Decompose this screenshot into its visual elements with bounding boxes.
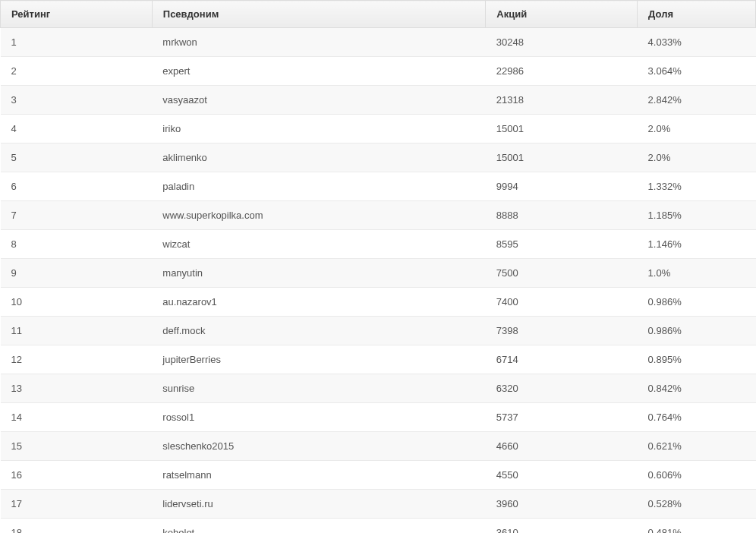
cell-shares: 30248 [486, 28, 638, 57]
cell-pseudonym: expert [152, 57, 486, 86]
cell-rating: 10 [1, 288, 153, 317]
table-row: 3vasyaazot213182.842% [1, 86, 756, 115]
cell-rating: 6 [1, 172, 153, 201]
table-row: 16ratselmann45500.606% [1, 461, 756, 490]
table-row: 17lidervseti.ru39600.528% [1, 490, 756, 519]
cell-pseudonym: wizcat [152, 230, 486, 259]
cell-pseudonym: lidervseti.ru [152, 490, 486, 519]
header-rating[interactable]: Рейтинг [1, 1, 153, 28]
cell-shares: 7500 [486, 259, 638, 288]
cell-share: 0.895% [638, 345, 756, 374]
cell-shares: 7400 [486, 288, 638, 317]
table-header: Рейтинг Псевдоним Акций Доля [1, 1, 756, 28]
cell-shares: 6714 [486, 345, 638, 374]
table-row: 5aklimenko150012.0% [1, 144, 756, 172]
table-row: 18kohelet36100.481% [1, 519, 756, 534]
cell-rating: 13 [1, 374, 153, 403]
cell-pseudonym: kohelet [152, 519, 486, 534]
cell-rating: 4 [1, 115, 153, 144]
cell-shares: 15001 [486, 115, 638, 144]
cell-rating: 14 [1, 403, 153, 432]
cell-rating: 15 [1, 432, 153, 461]
cell-share: 1.185% [638, 201, 756, 230]
cell-rating: 5 [1, 144, 153, 172]
cell-share: 1.0% [638, 259, 756, 288]
cell-share: 1.146% [638, 230, 756, 259]
cell-share: 4.033% [638, 28, 756, 57]
table-row: 7www.superkopilka.com88881.185% [1, 201, 756, 230]
header-share[interactable]: Доля [638, 1, 756, 28]
cell-share: 0.842% [638, 374, 756, 403]
cell-pseudonym: sunrise [152, 374, 486, 403]
cell-shares: 7398 [486, 317, 638, 345]
cell-rating: 17 [1, 490, 153, 519]
cell-share: 0.764% [638, 403, 756, 432]
table-row: 6paladin99941.332% [1, 172, 756, 201]
table-row: 10au.nazarov174000.986% [1, 288, 756, 317]
cell-pseudonym: aklimenko [152, 144, 486, 172]
table-row: 11deff.mock73980.986% [1, 317, 756, 345]
cell-shares: 5737 [486, 403, 638, 432]
cell-share: 0.481% [638, 519, 756, 534]
table-row: 12jupiterBerries67140.895% [1, 345, 756, 374]
header-pseudonym[interactable]: Псевдоним [152, 1, 486, 28]
cell-pseudonym: sleschenko2015 [152, 432, 486, 461]
cell-shares: 21318 [486, 86, 638, 115]
cell-pseudonym: mrkwon [152, 28, 486, 57]
header-shares[interactable]: Акций [486, 1, 638, 28]
cell-share: 2.0% [638, 144, 756, 172]
cell-share: 2.0% [638, 115, 756, 144]
cell-shares: 8595 [486, 230, 638, 259]
table-row: 13sunrise63200.842% [1, 374, 756, 403]
cell-rating: 9 [1, 259, 153, 288]
cell-pseudonym: www.superkopilka.com [152, 201, 486, 230]
cell-rating: 3 [1, 86, 153, 115]
cell-pseudonym: rossol1 [152, 403, 486, 432]
cell-pseudonym: paladin [152, 172, 486, 201]
table-row: 9manyutin75001.0% [1, 259, 756, 288]
table-row: 8wizcat85951.146% [1, 230, 756, 259]
cell-rating: 11 [1, 317, 153, 345]
cell-share: 0.528% [638, 490, 756, 519]
cell-pseudonym: vasyaazot [152, 86, 486, 115]
cell-rating: 1 [1, 28, 153, 57]
cell-share: 2.842% [638, 86, 756, 115]
cell-share: 3.064% [638, 57, 756, 86]
cell-shares: 3960 [486, 490, 638, 519]
cell-rating: 12 [1, 345, 153, 374]
cell-pseudonym: jupiterBerries [152, 345, 486, 374]
cell-shares: 4660 [486, 432, 638, 461]
table-row: 15sleschenko201546600.621% [1, 432, 756, 461]
cell-share: 0.621% [638, 432, 756, 461]
table-body: 1mrkwon302484.033%2expert229863.064%3vas… [1, 28, 756, 534]
cell-rating: 7 [1, 201, 153, 230]
cell-pseudonym: manyutin [152, 259, 486, 288]
cell-shares: 6320 [486, 374, 638, 403]
cell-pseudonym: iriko [152, 115, 486, 144]
cell-rating: 16 [1, 461, 153, 490]
cell-shares: 4550 [486, 461, 638, 490]
cell-share: 0.986% [638, 288, 756, 317]
cell-share: 0.986% [638, 317, 756, 345]
table-row: 2expert229863.064% [1, 57, 756, 86]
cell-share: 1.332% [638, 172, 756, 201]
cell-shares: 3610 [486, 519, 638, 534]
cell-pseudonym: au.nazarov1 [152, 288, 486, 317]
ranking-table: Рейтинг Псевдоним Акций Доля 1mrkwon3024… [0, 0, 756, 533]
cell-rating: 18 [1, 519, 153, 534]
cell-shares: 9994 [486, 172, 638, 201]
cell-rating: 2 [1, 57, 153, 86]
table-row: 4iriko150012.0% [1, 115, 756, 144]
table-row: 14rossol157370.764% [1, 403, 756, 432]
cell-share: 0.606% [638, 461, 756, 490]
table-row: 1mrkwon302484.033% [1, 28, 756, 57]
cell-shares: 22986 [486, 57, 638, 86]
cell-pseudonym: ratselmann [152, 461, 486, 490]
cell-shares: 8888 [486, 201, 638, 230]
cell-pseudonym: deff.mock [152, 317, 486, 345]
cell-shares: 15001 [486, 144, 638, 172]
cell-rating: 8 [1, 230, 153, 259]
